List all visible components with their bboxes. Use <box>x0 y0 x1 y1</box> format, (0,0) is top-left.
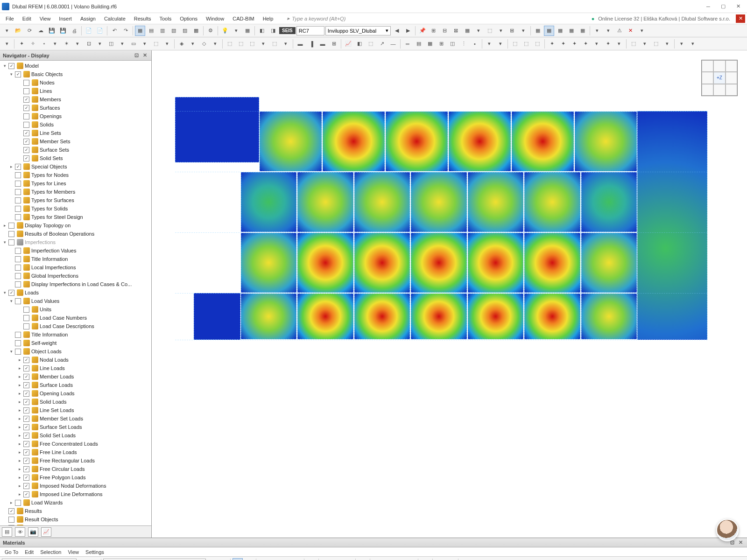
materials-menu-settings[interactable]: Settings <box>83 548 107 556</box>
open-icon[interactable]: 📂 <box>13 26 23 36</box>
menu-insert[interactable]: Insert <box>55 15 76 22</box>
del-icon[interactable]: ✕ <box>626 26 636 36</box>
redo-icon[interactable]: ↷ <box>120 26 131 36</box>
s12-icon[interactable]: ▭ <box>128 39 139 49</box>
tree-item[interactable]: Load Case Numbers <box>0 314 151 322</box>
g5-icon[interactable]: ▦ <box>578 26 588 36</box>
s7-icon[interactable]: ▾ <box>72 39 83 49</box>
objects-combo[interactable]: ✎ Basic Objects▾ <box>103 559 206 560</box>
print-icon[interactable]: 🖨 <box>69 26 79 36</box>
s35-icon[interactable]: ═ <box>402 39 413 49</box>
menu-assign[interactable]: Assign <box>77 15 99 22</box>
menu-view[interactable]: View <box>36 15 55 22</box>
s30-icon[interactable]: 📈 <box>343 39 353 49</box>
pin-icon[interactable]: 📌 <box>417 26 428 36</box>
t4-icon[interactable]: ▦ <box>462 26 472 36</box>
s55-icon[interactable]: ▾ <box>640 39 650 49</box>
view1-icon[interactable]: ▦ <box>135 26 145 36</box>
tree-item[interactable]: ▸Free Polygon Loads <box>0 473 151 482</box>
mt-e1-icon[interactable]: aA <box>372 558 382 560</box>
tree-item[interactable]: Global Imperfections <box>0 272 151 280</box>
next-icon[interactable]: ▶ <box>403 26 413 36</box>
tree-item[interactable]: Title Information <box>0 330 151 339</box>
tree-item[interactable]: ▸Surface Loads <box>0 381 151 389</box>
rc-combo[interactable]: RC7 <box>296 26 324 35</box>
maximize-button[interactable]: ▢ <box>716 2 730 11</box>
mt-b4-icon[interactable]: ▦ <box>292 558 302 560</box>
s31-icon[interactable]: ◧ <box>354 39 365 49</box>
mt-prev2-icon[interactable]: ◀ <box>207 558 217 560</box>
new-icon[interactable]: ▾ <box>2 26 12 36</box>
s38-icon[interactable]: ⊞ <box>436 39 446 49</box>
s2-icon[interactable]: ✦ <box>16 39 27 49</box>
tree-item[interactable]: Openings <box>0 112 151 120</box>
s25-icon[interactable]: ▾ <box>281 39 291 49</box>
t6-icon[interactable]: ▾ <box>496 26 506 36</box>
s53-icon[interactable]: ▾ <box>614 39 624 49</box>
s17-icon[interactable]: ▾ <box>188 39 198 49</box>
tree-item[interactable]: Nodes <box>0 78 151 87</box>
s37-icon[interactable]: ▦ <box>425 39 435 49</box>
s9-icon[interactable]: ▾ <box>95 39 105 49</box>
view5-icon[interactable]: ▨ <box>180 26 190 36</box>
structure-combo[interactable]: ▤ Structure▾ <box>2 559 77 560</box>
h2-icon[interactable]: ▾ <box>603 26 613 36</box>
s5-icon[interactable]: ▾ <box>50 39 60 49</box>
tree-item[interactable]: Types for Members <box>0 188 151 196</box>
tree-item[interactable]: ▾Imperfections <box>0 238 151 246</box>
mt-sel-icon[interactable]: ⊡ <box>244 558 254 560</box>
tree-item[interactable]: ▾Model <box>0 62 151 70</box>
s46-icon[interactable]: ⬚ <box>532 39 543 49</box>
mt-e3-icon[interactable]: fx <box>395 558 405 560</box>
light-icon[interactable]: 💡 <box>220 26 230 36</box>
mt-e2-icon[interactable]: fx <box>383 558 394 560</box>
cube-icon[interactable]: ⬚ <box>485 26 495 36</box>
tree-item[interactable]: Results <box>0 507 151 515</box>
s58-icon[interactable]: ▾ <box>677 39 687 49</box>
tree-item[interactable]: ▸Member Set Loads <box>0 414 151 423</box>
menu-tools[interactable]: Tools <box>155 15 175 22</box>
tree-item[interactable]: ▸Free Line Loads <box>0 448 151 456</box>
s39-icon[interactable]: ◫ <box>447 39 458 49</box>
s56-icon[interactable]: ⬚ <box>651 39 661 49</box>
tree-item[interactable]: ▸Imposed Line Deformations <box>0 490 151 498</box>
materials-menu-selection[interactable]: Selection <box>37 548 64 556</box>
tree-item[interactable]: ▸Member Loads <box>0 372 151 381</box>
s36-icon[interactable]: ▤ <box>414 39 424 49</box>
globe-icon[interactable]: ● <box>592 16 595 21</box>
tree-item[interactable]: Result Objects <box>0 515 151 524</box>
tree-item[interactable]: Solids <box>0 120 151 129</box>
t2-icon[interactable]: ⊟ <box>440 26 450 36</box>
menu-calculate[interactable]: Calculate <box>100 15 129 22</box>
t7-icon[interactable]: ⊞ <box>507 26 517 36</box>
tree-item[interactable]: Types for Lines <box>0 179 151 188</box>
keyword-search[interactable]: ▸ Type a keyword (Alt+Q) <box>278 15 590 21</box>
tree-item[interactable]: Imperfection Values <box>0 246 151 255</box>
menu-edit[interactable]: Edit <box>19 15 35 22</box>
s14-icon[interactable]: ⬚ <box>151 39 161 49</box>
s16-icon[interactable]: ◈ <box>176 39 187 49</box>
g1-icon[interactable]: ▦ <box>533 26 543 36</box>
materials-menu-goto[interactable]: Go To <box>2 548 21 556</box>
s59-icon[interactable]: ▾ <box>688 39 698 49</box>
s32-icon[interactable]: ⬚ <box>366 39 376 49</box>
s6-icon[interactable]: ✶ <box>61 39 71 49</box>
tree-item[interactable]: ▸Line Set Loads <box>0 406 151 414</box>
s4-icon[interactable]: ⋆ <box>39 39 49 49</box>
tree-item[interactable]: ▾Load Values <box>0 297 151 305</box>
mt-f1-icon[interactable]: ⊞ <box>420 558 430 560</box>
tree-item[interactable]: Types for Nodes <box>0 171 151 179</box>
refresh-icon[interactable]: ⟳ <box>24 26 35 36</box>
mt-d1-icon[interactable]: ▤ <box>358 558 368 560</box>
navigator-pin-icon[interactable]: ⊡ <box>133 52 140 59</box>
tree-item[interactable]: ▸Solid Loads <box>0 398 151 406</box>
nav-tab-results-icon[interactable]: 📈 <box>41 527 51 537</box>
tree-item[interactable]: ▸Line Loads <box>0 364 151 372</box>
s23-icon[interactable]: ▾ <box>258 39 268 49</box>
navigator-tree[interactable]: ▾Model▾Basic ObjectsNodesLinesMembersSur… <box>0 61 151 525</box>
minimize-button[interactable]: ─ <box>701 2 715 11</box>
tree-item[interactable]: ▾Object Loads <box>0 347 151 356</box>
mt-c3-icon[interactable]: ← <box>343 558 353 560</box>
tree-item[interactable]: Solid Sets <box>0 154 151 162</box>
g4-icon[interactable]: ▦ <box>566 26 577 36</box>
